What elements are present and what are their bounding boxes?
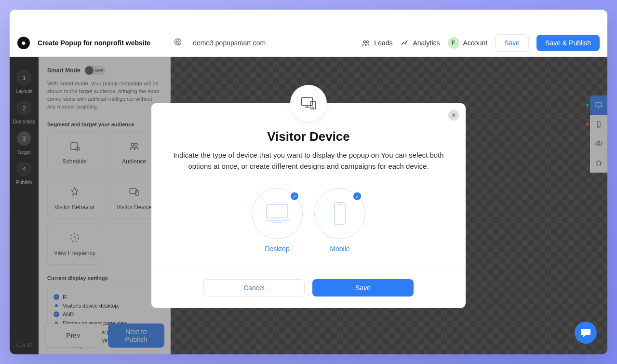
logo-icon[interactable]: ● [17,37,30,49]
svg-point-17 [313,108,314,108]
account-label: Account [463,39,488,47]
visitor-device-modal: ✕ Visitor Device Indicate the type of de… [151,103,466,308]
cancel-button[interactable]: Cancel [203,279,305,297]
window-maximize-icon[interactable] [40,16,47,23]
desktop-option[interactable]: ✓ Desktop [252,188,303,253]
globe-icon [174,38,182,48]
svg-point-2 [366,40,369,43]
mobile-label: Mobile [314,245,365,253]
save-button[interactable]: Save [495,34,529,52]
app-header: ● Create Popup for nonprofit website dem… [10,29,607,57]
mobile-option[interactable]: ✓ Mobile [314,188,365,253]
chat-widget[interactable] [575,322,597,344]
account-link[interactable]: FAccount [448,37,488,49]
site-url: demo3.popupsmart.com [193,39,266,47]
avatar: F [448,37,459,49]
analytics-link[interactable]: Analytics [401,39,440,47]
modal-title: Visitor Device [151,129,466,144]
svg-rect-18 [267,204,288,218]
title-bar [10,10,607,29]
analytics-label: Analytics [413,39,440,47]
leads-label: Leads [374,39,392,47]
modal-save-button[interactable]: Save [312,279,414,297]
browser-window: ● Create Popup for nonprofit website dem… [10,10,607,354]
modal-header-icon [290,85,327,121]
modal-overlay: ✕ Visitor Device Indicate the type of de… [10,57,607,354]
page-title: Create Popup for nonprofit website [38,39,150,47]
close-icon[interactable]: ✕ [448,110,459,121]
app-body: 1 Layouts 2 Customize 3 Target 4 Publish… [10,57,607,354]
window-close-icon[interactable] [18,16,25,23]
check-icon: ✓ [353,192,361,200]
modal-description: Indicate the type of device that you wan… [166,150,451,172]
window-minimize-icon[interactable] [29,16,36,23]
leads-link[interactable]: Leads [362,39,392,47]
svg-point-1 [363,40,366,43]
svg-rect-19 [335,202,345,225]
check-icon: ✓ [291,192,298,200]
desktop-label: Desktop [252,245,303,253]
save-publish-button[interactable]: Save & Publish [537,35,600,51]
